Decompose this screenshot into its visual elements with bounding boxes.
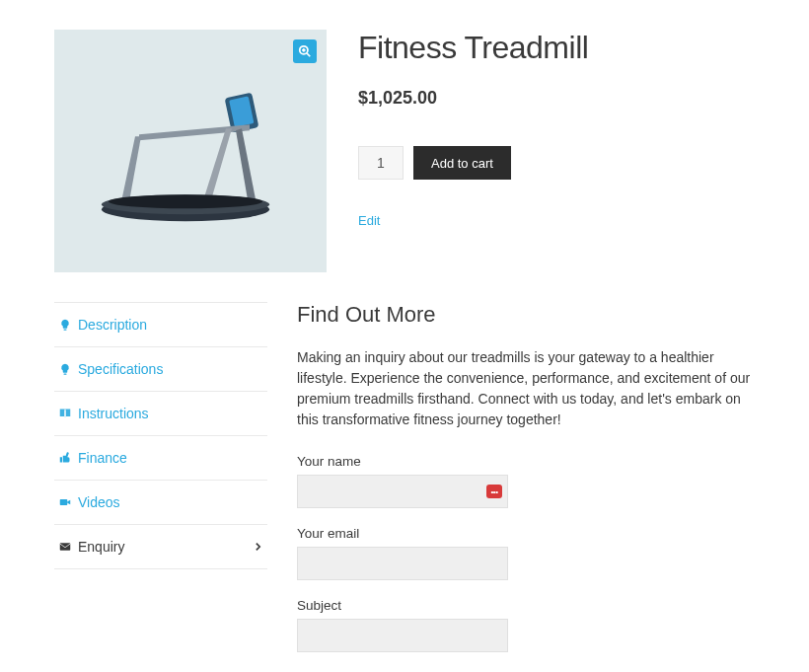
email-input[interactable] [297,547,508,580]
lightbulb-icon [58,318,72,332]
treadmill-illustration [92,75,289,233]
enquiry-panel: Find Out More Making an inquiry about ou… [297,302,755,672]
panel-description: Making an inquiry about our treadmills i… [297,347,755,430]
product-price: $1,025.00 [358,88,755,109]
autofill-badge-icon[interactable]: ••• [486,485,502,498]
panel-title: Find Out More [297,302,755,328]
chevron-right-icon [255,539,261,555]
envelope-icon [58,540,72,554]
svg-point-8 [109,194,262,208]
tab-label: Videos [78,494,120,510]
svg-rect-9 [64,330,67,331]
svg-line-1 [307,53,311,57]
tab-description[interactable]: Description [54,302,267,346]
tab-label: Enquiry [78,539,124,555]
tab-label: Finance [78,450,127,466]
quantity-input[interactable] [358,146,404,180]
email-label: Your email [297,526,755,541]
video-icon [58,495,72,509]
lightbulb-icon [58,362,72,376]
tab-finance[interactable]: Finance [54,435,267,480]
svg-rect-11 [60,499,68,505]
product-title: Fitness Treadmill [358,30,755,66]
tab-label: Description [78,317,147,333]
name-input[interactable] [297,475,508,508]
book-icon [58,407,72,420]
tab-label: Instructions [78,406,149,421]
edit-link[interactable]: Edit [358,213,380,228]
tab-label: Specifications [78,361,163,377]
tab-specifications[interactable]: Specifications [54,346,267,391]
name-label: Your name [297,454,755,469]
svg-rect-10 [64,374,67,375]
tabs-sidebar: Description Specifications Instructions … [54,302,267,672]
svg-rect-12 [60,543,71,551]
subject-label: Subject [297,598,755,613]
subject-input[interactable] [297,619,508,652]
zoom-icon[interactable] [293,39,317,63]
tab-videos[interactable]: Videos [54,480,267,524]
product-image[interactable] [54,30,327,272]
tab-enquiry[interactable]: Enquiry [54,524,267,569]
add-to-cart-button[interactable]: Add to cart [413,146,511,180]
thumbs-up-icon [58,451,72,465]
tab-instructions[interactable]: Instructions [54,391,267,435]
